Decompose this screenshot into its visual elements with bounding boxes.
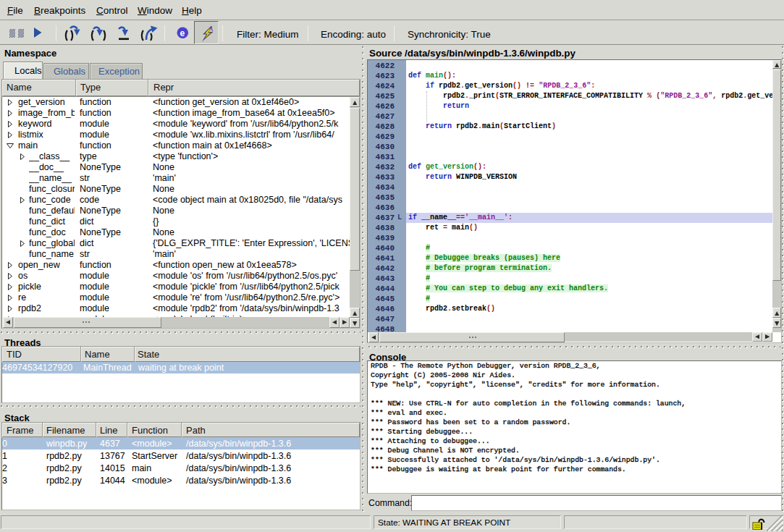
svg-text:e: e — [180, 28, 185, 38]
